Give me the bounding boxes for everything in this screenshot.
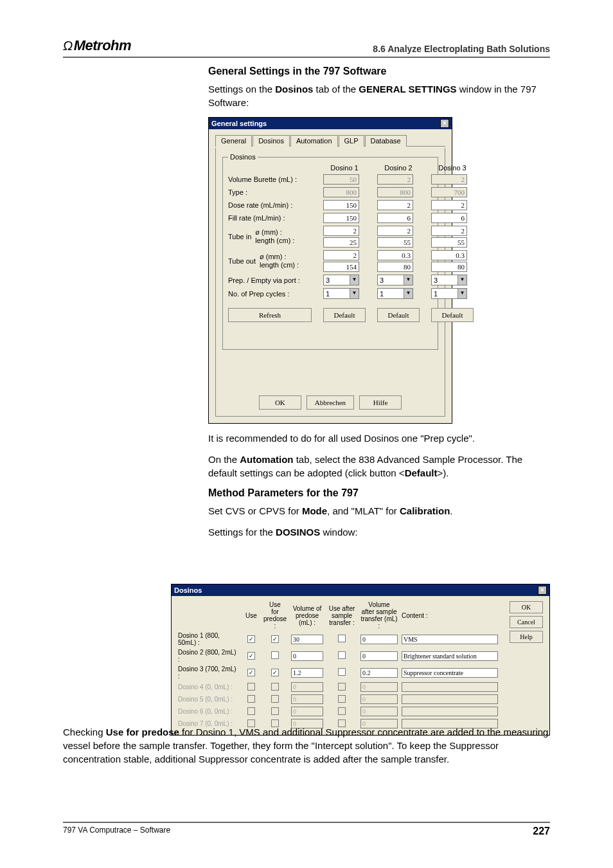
use-checkbox[interactable]: ✓ xyxy=(247,669,255,676)
chevron-down-icon[interactable]: ▼ xyxy=(404,289,413,298)
predose-volume-input xyxy=(291,682,323,692)
refresh-button[interactable]: Refresh xyxy=(228,308,312,322)
tubein-l-3[interactable] xyxy=(431,237,467,248)
th-use: Use xyxy=(244,612,259,619)
tubeout-o-2[interactable] xyxy=(377,250,413,260)
fill-2[interactable] xyxy=(377,213,413,223)
final-paragraph-wrapper: Checking Use for predose for Dosino 1, V… xyxy=(63,725,549,773)
content-input[interactable] xyxy=(402,668,498,678)
dose-2[interactable] xyxy=(377,200,413,210)
predose-checkbox[interactable]: ✓ xyxy=(271,669,279,676)
prep-1[interactable]: 3▼ xyxy=(323,275,359,285)
ok-button[interactable]: OK xyxy=(510,601,543,613)
predose-volume-input[interactable] xyxy=(291,635,323,644)
after-volume-input[interactable] xyxy=(360,668,398,678)
tab-automation[interactable]: Automation xyxy=(290,135,338,147)
cycles-3[interactable]: 1▼ xyxy=(431,288,467,299)
content-input xyxy=(402,682,498,692)
dose-1[interactable] xyxy=(323,200,359,210)
th-content: Content : xyxy=(402,612,498,619)
label-fill: Fill rate (mL/min) : xyxy=(228,214,312,222)
groupbox-title: Dosinos xyxy=(228,153,258,161)
txt: On the xyxy=(208,454,240,465)
default-button-3[interactable]: Default xyxy=(431,308,474,322)
tubein-o-2[interactable] xyxy=(377,226,413,236)
tab-database[interactable]: Database xyxy=(365,135,407,147)
prep-3[interactable]: 3▼ xyxy=(431,275,467,285)
val: 3 xyxy=(434,276,438,284)
predose-checkbox[interactable]: ✓ xyxy=(271,635,279,643)
predose-volume-input[interactable] xyxy=(291,651,323,661)
cancel-button[interactable]: Abbrechen xyxy=(306,395,354,410)
chevron-down-icon[interactable]: ▼ xyxy=(458,275,466,285)
dialog-buttons: OK Abbrechen Hilfe xyxy=(216,395,445,410)
prep-2[interactable]: 3▼ xyxy=(377,275,413,285)
titlebar[interactable]: Dosinos × xyxy=(172,584,549,596)
tubein-o-3[interactable] xyxy=(431,226,467,236)
help-button[interactable]: Help xyxy=(510,631,543,643)
after-transfer-checkbox[interactable] xyxy=(338,668,346,676)
close-icon[interactable]: × xyxy=(538,586,547,595)
cycles-2[interactable]: 1▼ xyxy=(377,288,413,299)
vol-3 xyxy=(431,174,467,185)
tubeout-l-3[interactable] xyxy=(431,262,467,272)
after-transfer-checkbox[interactable] xyxy=(338,635,346,642)
use-checkbox[interactable]: ✓ xyxy=(247,635,255,643)
txt: length (cm) : xyxy=(260,261,299,269)
after-volume-input[interactable] xyxy=(360,635,398,644)
use-checkbox xyxy=(247,707,255,715)
dosino-row-label: Dosino 3 (700, 2mL) : xyxy=(178,665,240,680)
tab-dosinos[interactable]: Dosinos xyxy=(253,135,290,147)
tubeout-o-3[interactable] xyxy=(431,250,467,260)
after-transfer-checkbox[interactable] xyxy=(338,651,346,659)
default-button-2[interactable]: Default xyxy=(377,308,420,322)
tubein-o-1[interactable] xyxy=(323,226,359,236)
ok-button[interactable]: OK xyxy=(259,395,301,410)
fill-3[interactable] xyxy=(431,213,467,223)
predose-checkbox[interactable] xyxy=(271,651,279,659)
label-volume: Volume Burette (mL) : xyxy=(228,176,312,183)
dose-3[interactable] xyxy=(431,200,467,210)
th-predose: Use for predose : xyxy=(263,601,287,629)
vol-2 xyxy=(377,174,413,185)
section-title-general: General Settings in the 797 Software xyxy=(208,66,549,77)
chevron-down-icon[interactable]: ▼ xyxy=(350,289,359,298)
content-input[interactable] xyxy=(402,651,498,661)
label-type: Type : xyxy=(228,188,312,196)
chevron-down-icon[interactable]: ▼ xyxy=(404,275,413,285)
content-input[interactable] xyxy=(402,635,498,644)
cancel-button[interactable]: Cancel xyxy=(510,616,543,628)
help-button[interactable]: Hilfe xyxy=(359,395,402,410)
chevron-down-icon[interactable]: ▼ xyxy=(350,275,359,285)
th-volafter: Volume after sample transfer (mL) : xyxy=(360,601,398,629)
page-number: 227 xyxy=(533,826,550,837)
use-checkbox xyxy=(247,683,255,691)
predose-volume-input[interactable] xyxy=(291,668,323,678)
use-checkbox[interactable]: ✓ xyxy=(247,652,255,660)
cycles-1[interactable]: 1▼ xyxy=(323,288,359,299)
predose-volume-input xyxy=(291,694,323,704)
tab-general[interactable]: General xyxy=(215,135,252,147)
txt: Settings for the xyxy=(208,527,276,538)
label-tubeout: Tube out ø (mm) :length (cm) : xyxy=(228,253,312,269)
tubeout-o-1[interactable] xyxy=(323,250,359,260)
type-2 xyxy=(377,187,413,197)
titlebar[interactable]: General settings × xyxy=(209,118,452,129)
tab-glp[interactable]: GLP xyxy=(339,135,364,147)
dosino-row-label: Dosino 6 (0, 0mL) : xyxy=(178,708,240,715)
chevron-down-icon[interactable]: ▼ xyxy=(458,289,466,298)
after-transfer-checkbox xyxy=(338,683,346,691)
fill-1[interactable] xyxy=(323,213,359,223)
default-button-1[interactable]: Default xyxy=(323,308,366,322)
after-volume-input[interactable] xyxy=(360,651,398,661)
close-icon[interactable]: × xyxy=(440,119,449,128)
tubeout-l-1[interactable] xyxy=(323,262,359,272)
txt-bold: Mode xyxy=(302,505,327,516)
tubeout-l-2[interactable] xyxy=(377,262,413,272)
tubein-l-2[interactable] xyxy=(377,237,413,248)
page-header: ΩMetrohm 8.6 Analyze Electroplating Bath… xyxy=(63,37,550,58)
col-dosino2: Dosino 2 xyxy=(377,164,420,172)
tubein-l-1[interactable] xyxy=(323,237,359,248)
val: 1 xyxy=(380,290,384,298)
dosino-row-label: Dosino 1 (800, 50mL) : xyxy=(178,632,240,646)
